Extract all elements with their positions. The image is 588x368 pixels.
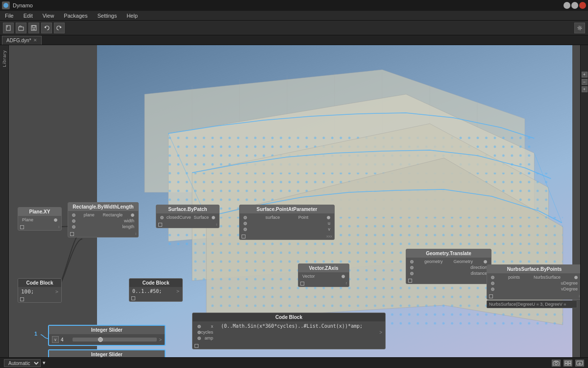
vector-info: f [346, 281, 347, 286]
rect-plane-port[interactable] [72, 213, 75, 217]
close-button[interactable] [579, 2, 586, 9]
sbp-curve-port[interactable] [160, 216, 164, 219]
lcb-cycles-port[interactable] [197, 331, 201, 334]
sbp-curve-label: closedCurve [167, 215, 191, 220]
gt-dist-port[interactable] [410, 272, 414, 275]
right-sidebar: + − + [580, 45, 588, 357]
sbp-checkbox[interactable] [158, 223, 162, 227]
menu-help[interactable]: Help [124, 12, 140, 20]
node-slider-2[interactable]: Integer Slider ∨ 10 > [48, 349, 166, 357]
code-block-2-content[interactable]: 0..1..#50; [132, 289, 174, 294]
node-nurbs-bypoints[interactable]: NurbsSurface.ByPoints points NurbsSurfac… [487, 264, 580, 300]
execution-mode-select[interactable]: Automatic [4, 359, 41, 367]
slider-1-track[interactable] [73, 338, 157, 342]
rect-length-port[interactable] [72, 225, 75, 229]
node-rectangle[interactable]: Rectangle.ByWidthLength plane Rectangle … [68, 202, 139, 237]
rect-checkbox[interactable] [70, 232, 74, 236]
node-code-block-2[interactable]: Code Block 0..1..#50; > [129, 278, 183, 302]
menu-packages[interactable]: Packages [62, 12, 89, 20]
nurbs-checkbox[interactable] [489, 294, 493, 298]
save-button[interactable] [28, 23, 39, 33]
new-button[interactable] [3, 23, 14, 33]
code-block-1-header: Code Block [18, 279, 61, 287]
svg-marker-6 [44, 26, 46, 28]
code-2-checkbox[interactable] [131, 296, 135, 300]
menu-settings[interactable]: Settings [96, 12, 119, 20]
svg-marker-7 [60, 26, 62, 28]
slider-1-toggle[interactable]: ∨ [52, 336, 59, 343]
node-code-block-1[interactable]: Code Block 100; > [18, 278, 62, 303]
plane-xy-checkbox[interactable] [20, 225, 24, 229]
slider-2-header: Integer Slider [49, 350, 165, 357]
code-1-checkbox[interactable] [20, 297, 24, 301]
gt-geom-port[interactable] [410, 260, 414, 263]
node-vector-header: Vector.ZAxis [298, 264, 349, 272]
node-geometry-translate[interactable]: Geometry.Translate geometry Geometry dir… [406, 249, 491, 284]
menu-file[interactable]: File [3, 12, 16, 20]
lcb-checkbox[interactable] [195, 344, 198, 348]
tab-adfg[interactable]: ADFG.dyn* ✕ [2, 36, 42, 45]
nurbs-points-port[interactable] [491, 276, 494, 279]
spp-checkbox[interactable] [242, 235, 245, 238]
svg-point-8 [579, 27, 581, 29]
node-code-block-large[interactable]: Code Block x cycles amp [192, 313, 386, 349]
undo-button[interactable] [41, 23, 52, 33]
code-block-2-arrow: > [176, 289, 179, 294]
nurbs-output-port[interactable] [574, 276, 578, 279]
rect-width-port[interactable] [72, 219, 75, 223]
menu-view[interactable]: View [41, 12, 56, 20]
tab-label: ADFG.dyn* [6, 38, 31, 43]
lcb-x-label: x [211, 324, 214, 329]
zoom-out-button[interactable]: − [582, 79, 588, 85]
lcb-amp-port[interactable] [197, 337, 201, 340]
spp-u-port[interactable] [244, 222, 247, 225]
node-surface-pointatparam[interactable]: Surface.PointAtParameter surface Point u… [239, 205, 335, 240]
spp-v-port[interactable] [244, 228, 247, 231]
menu-edit[interactable]: Edit [22, 12, 35, 20]
svg-rect-33 [568, 364, 571, 366]
slider-1-value[interactable]: 4 [61, 337, 71, 342]
tab-close-icon[interactable]: ✕ [33, 38, 37, 43]
nurbs-vdeg-port[interactable] [491, 288, 494, 291]
gt-dir-port[interactable] [410, 266, 414, 269]
sbp-output-port[interactable] [212, 216, 215, 219]
code-block-1-content[interactable]: 100; [21, 289, 53, 295]
svg-point-29 [555, 362, 558, 365]
redo-button[interactable] [54, 23, 65, 33]
spp-output-port[interactable] [327, 216, 330, 219]
nurbs-udeg-label: uDegree [561, 281, 578, 286]
minimize-button[interactable] [564, 2, 570, 9]
canvas[interactable]: Plane.XY Plane i Rectangle.ByWidthLength… [9, 45, 580, 357]
spp-surface-port[interactable] [244, 216, 247, 219]
gt-output-port[interactable] [484, 260, 487, 263]
camera-icon[interactable] [552, 360, 561, 367]
vector-output-port[interactable] [342, 275, 345, 278]
nurbs-preview-text: NurbsSurface(DegreeU = 3, DegreeV = [487, 300, 577, 308]
toolbar-settings[interactable] [574, 23, 585, 33]
statusbar: Automatic ▾ [0, 357, 588, 368]
nurbs-udeg-port[interactable] [491, 282, 494, 285]
gt-checkbox[interactable] [408, 279, 412, 283]
plane-xy-output-port[interactable] [54, 218, 57, 222]
zoom-in-button[interactable]: + [582, 72, 588, 78]
lcb-x-port[interactable] [197, 325, 201, 328]
vector-checkbox[interactable] [300, 282, 304, 286]
app-logo [2, 1, 10, 9]
gt-geom-label: geometry [424, 259, 443, 264]
node-vector-zaxis[interactable]: Vector.ZAxis Vector f [298, 263, 349, 287]
node-plane-xy[interactable]: Plane.XY Plane i [18, 207, 62, 231]
export-icon[interactable] [575, 360, 584, 367]
grid-icon[interactable] [564, 360, 572, 367]
nurbs-output-label: NurbsSurface [534, 275, 561, 280]
fit-button[interactable]: + [582, 86, 588, 92]
rect-output-port[interactable] [131, 213, 134, 217]
node-slider-1[interactable]: Integer Slider ∨ 4 > [48, 325, 166, 346]
slider-1-arrow-right[interactable]: > [159, 337, 162, 342]
open-button[interactable] [16, 23, 26, 33]
node-surface-bypatch[interactable]: Surface.ByPatch closedCurve Surface i [156, 205, 220, 228]
slider-1-thumb[interactable] [98, 337, 103, 342]
plane-xy-output-label: Plane [22, 217, 33, 222]
svg-point-0 [3, 3, 8, 8]
maximize-button[interactable] [571, 2, 578, 9]
lcb-content[interactable]: (0..Math.Sin(x*360*cycles)..#List.Count(… [221, 323, 363, 329]
